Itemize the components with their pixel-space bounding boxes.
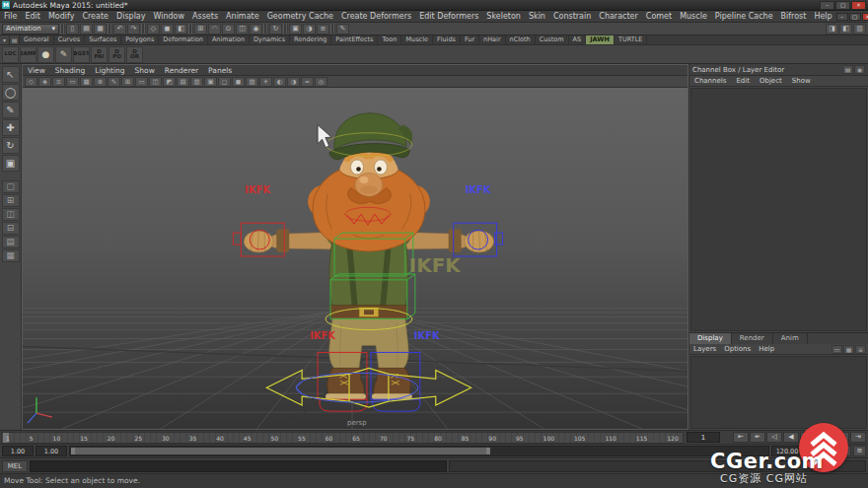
menu-window[interactable]: Window — [150, 12, 189, 21]
channel-box-toggle-icon[interactable]: ▥ — [853, 24, 866, 35]
divider[interactable] — [141, 24, 146, 34]
animation-start-field[interactable]: 1.00 — [2, 446, 34, 456]
camera-attributes-icon[interactable]: ≡ — [52, 77, 65, 87]
shelf-dpo-button[interactable]: D PO — [108, 46, 125, 63]
range-slider-bar[interactable] — [71, 448, 490, 454]
two-pane-stacked-layout-icon[interactable]: ⊟ — [2, 222, 20, 235]
channel-box-menu-object[interactable]: Object — [755, 77, 787, 85]
viewport-canvas[interactable]: IKFK IKFK IKFK IKFK IKFK persp — [23, 88, 687, 429]
shelf-brush-button[interactable]: ✎ — [55, 46, 72, 63]
step-forward-key-button[interactable]: ↠ — [833, 432, 849, 443]
snap-to-plane-icon[interactable]: ◫ — [236, 24, 249, 35]
shelf-sphere-button[interactable]: ● — [37, 46, 54, 63]
shaded-mode-icon[interactable]: ◼ — [232, 77, 245, 87]
make-live-icon[interactable]: ◉ — [250, 24, 262, 35]
single-pane-layout-icon[interactable]: ▢ — [2, 180, 20, 193]
shelf-tab-ncloth[interactable]: nCloth — [506, 35, 536, 44]
mel-toggle-button[interactable]: MEL — [2, 460, 28, 472]
tool-settings-toggle-icon[interactable]: ◧ — [839, 24, 852, 35]
menu-muscle[interactable]: Muscle — [676, 12, 711, 21]
divider[interactable] — [188, 24, 193, 34]
paint-select-tool-icon[interactable]: ✎ — [2, 102, 20, 118]
maximize-button[interactable]: ▢ — [835, 1, 850, 10]
shelf-tab-fur[interactable]: Fur — [461, 35, 479, 44]
step-back-frame-button[interactable]: ◁ — [766, 432, 782, 443]
motion-blur-icon[interactable]: ≈ — [301, 77, 314, 87]
shelf-tab-general[interactable]: General — [20, 35, 54, 44]
shelf-tab-animation[interactable]: Animation — [208, 35, 250, 44]
menu-create-deformers[interactable]: Create Deformers — [337, 12, 415, 21]
menu-help[interactable]: Help — [810, 12, 835, 21]
snap-to-curve-icon[interactable]: ◠ — [208, 24, 221, 35]
go-to-start-button[interactable]: ⇤ — [733, 432, 749, 443]
layer-tab-display[interactable]: Display — [689, 333, 732, 344]
doc-close-button[interactable]: ✕ — [862, 13, 868, 21]
menu-display[interactable]: Display — [112, 12, 150, 21]
safe-action-icon[interactable]: ▥ — [190, 77, 203, 87]
menu-edit[interactable]: Edit — [21, 12, 44, 21]
time-slider[interactable]: 1510152025303540455055606570758085909510… — [1, 432, 684, 444]
menu-geometry-cache[interactable]: Geometry Cache — [263, 12, 337, 21]
step-forward-frame-button[interactable]: ▷ — [817, 432, 832, 443]
channel-box-list[interactable] — [690, 88, 867, 331]
new-scene-icon[interactable]: ▯ — [66, 24, 79, 35]
xray-icon[interactable]: ◎ — [315, 77, 327, 87]
shelf-tab-dynamics[interactable]: Dynamics — [250, 35, 290, 44]
menu-create[interactable]: Create — [78, 12, 112, 21]
shelf-tab-nhair[interactable]: nHair — [479, 35, 505, 44]
menu-file[interactable]: File — [0, 12, 21, 21]
animation-preferences-button[interactable]: ≡ — [853, 446, 866, 456]
lasso-tool-icon[interactable]: ◯ — [2, 84, 20, 101]
textured-mode-icon[interactable]: ▨ — [246, 77, 258, 87]
new-empty-layer-icon[interactable]: ▭ — [832, 345, 842, 354]
doc-restore-button[interactable]: ▢ — [849, 13, 861, 21]
four-pane-layout-icon[interactable]: ⊞ — [2, 194, 20, 207]
shelf-tab-options-button[interactable]: ▤ — [10, 35, 20, 44]
hypershade-persp-layout-icon[interactable]: ▦ — [2, 249, 20, 262]
undo-icon[interactable]: ↶ — [113, 24, 126, 35]
range-slider[interactable] — [69, 446, 769, 456]
panel-menu-panels[interactable]: Panels — [203, 66, 237, 75]
shelf-bgst-button[interactable]: BGST — [73, 46, 90, 63]
menu-edit-deformers[interactable]: Edit Deformers — [415, 12, 482, 21]
playback-end-field[interactable]: 120.00 — [771, 446, 803, 456]
layer-list[interactable] — [690, 356, 867, 429]
layer-menu-options[interactable]: Options — [720, 345, 755, 353]
two-pane-side-layout-icon[interactable]: ◫ — [2, 208, 20, 221]
redo-icon[interactable]: ↷ — [127, 24, 140, 35]
menu-bifrost[interactable]: Bifrost — [777, 12, 811, 21]
film-gate-icon[interactable]: ▭ — [135, 77, 148, 87]
panel-menu-show[interactable]: Show — [130, 66, 160, 75]
panel-menu-renderer[interactable]: Renderer — [160, 66, 203, 75]
select-object-icon[interactable]: ◼ — [161, 24, 174, 35]
snap-to-point-icon[interactable]: ⊙ — [222, 24, 235, 35]
move-tool-icon[interactable]: ✚ — [2, 119, 20, 136]
2d-pan-zoom-icon[interactable]: ⊕ — [94, 77, 107, 87]
render-settings-icon[interactable]: ≡ — [317, 24, 329, 35]
shelf-dpai-button[interactable]: D PAI — [91, 46, 108, 63]
layer-menu-help[interactable]: Help — [755, 345, 778, 353]
shelf-tab-painteffects[interactable]: PaintEffects — [331, 35, 378, 44]
menu-assets[interactable]: Assets — [188, 12, 222, 21]
step-back-key-button[interactable]: ↞ — [750, 432, 765, 443]
shelf-tab-muscle[interactable]: Muscle — [401, 35, 433, 44]
lock-camera-icon[interactable]: ◈ — [38, 77, 51, 87]
close-button[interactable]: ✕ — [851, 1, 866, 10]
paint-effects-icon[interactable]: ✎ — [336, 24, 349, 35]
menu-pipeline-cache[interactable]: Pipeline Cache — [711, 12, 777, 21]
menu-constrain[interactable]: Constrain — [549, 12, 595, 21]
grid-toggle-icon[interactable]: ⊞ — [121, 77, 134, 87]
layer-options-icon[interactable]: ≡ — [855, 345, 866, 354]
panel-menu-view[interactable]: View — [23, 66, 50, 75]
new-layer-from-selected-icon[interactable]: ▦ — [843, 345, 854, 354]
ambient-occlusion-icon[interactable]: ◑ — [287, 77, 300, 87]
channel-sliders-icon[interactable]: ▤ — [842, 65, 853, 74]
wireframe-mode-icon[interactable]: ◻ — [218, 77, 231, 87]
animation-end-field[interactable]: 200.00 — [805, 446, 836, 456]
current-frame-field[interactable]: 1 — [687, 432, 720, 443]
menu-animate[interactable]: Animate — [222, 12, 263, 21]
menu-set-dropdown[interactable]: Animation ▾ — [2, 24, 59, 35]
scale-tool-icon[interactable]: ▣ — [2, 155, 20, 172]
open-scene-icon[interactable]: ▤ — [80, 24, 93, 35]
resolution-gate-icon[interactable]: ◫ — [149, 77, 162, 87]
